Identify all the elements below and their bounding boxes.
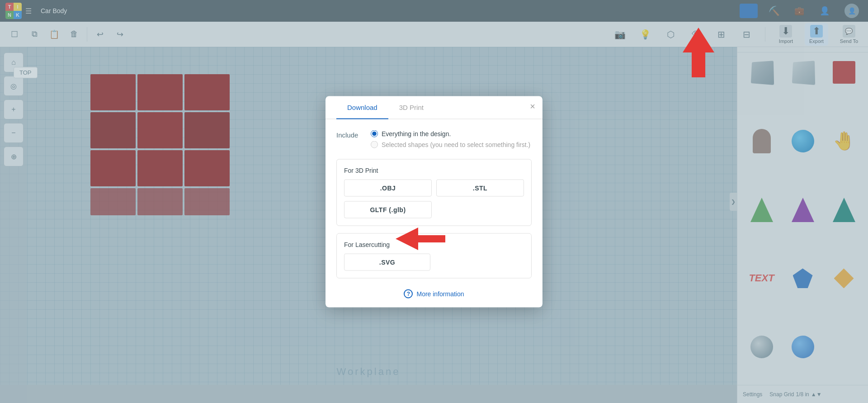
tab-3d-print[interactable]: 3D Print: [388, 96, 434, 119]
include-label: Include: [336, 130, 363, 138]
more-info-label: More information: [416, 290, 464, 297]
more-info-button[interactable]: ? More information: [404, 289, 464, 298]
btn-obj[interactable]: .OBJ: [344, 179, 432, 196]
radio-everything-input[interactable]: [371, 130, 378, 137]
format-grid-laser: .SVG: [344, 253, 524, 270]
radio-everything[interactable]: Everything in the design.: [371, 130, 530, 137]
btn-gltf[interactable]: GLTF (.glb): [344, 201, 432, 218]
section-lasercutting: For Lasercutting .SVG: [336, 233, 532, 278]
info-icon: ?: [404, 289, 413, 298]
modal-footer: ? More information: [326, 289, 542, 307]
section-3d-print-title: For 3D Print: [344, 166, 524, 174]
include-row: Include Everything in the design. Select…: [336, 130, 532, 148]
format-grid-3d: .OBJ .STL GLTF (.glb): [344, 179, 524, 218]
tab-download[interactable]: Download: [336, 96, 388, 119]
modal-tabs: Download 3D Print ×: [326, 96, 542, 119]
radio-selected-input[interactable]: [371, 141, 378, 148]
modal-body: Include Everything in the design. Select…: [326, 119, 542, 289]
section-lasercutting-title: For Lasercutting: [344, 241, 524, 248]
radio-selected-label: Selected shapes (you need to select some…: [382, 141, 530, 148]
radio-everything-label: Everything in the design.: [382, 130, 451, 137]
radio-selected[interactable]: Selected shapes (you need to select some…: [371, 141, 530, 148]
modal-close-button[interactable]: ×: [530, 101, 535, 110]
btn-stl[interactable]: .STL: [436, 179, 524, 196]
download-modal: Download 3D Print × Include Everything i…: [326, 96, 542, 307]
btn-svg[interactable]: .SVG: [344, 253, 430, 270]
section-3d-print: For 3D Print .OBJ .STL GLTF (.glb): [336, 159, 532, 226]
radio-group: Everything in the design. Selected shape…: [371, 130, 530, 148]
